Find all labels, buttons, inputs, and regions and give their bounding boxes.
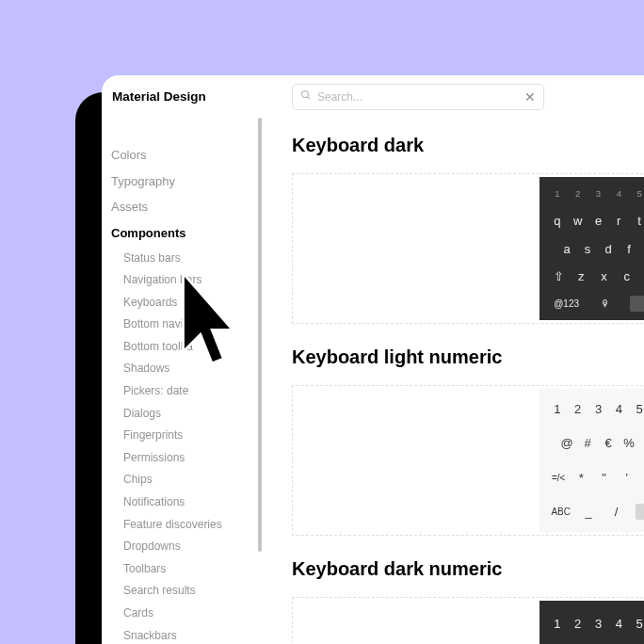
sidebar-item[interactable]: Status bars (111, 246, 262, 268)
sidebar-item[interactable]: Notifications (111, 491, 262, 513)
sidebar-category-typography[interactable]: Typography (111, 169, 262, 195)
mic-icon[interactable]: 🎙 (586, 298, 624, 309)
spacebar[interactable] (630, 296, 644, 312)
kb-row-1: 12345678910 (539, 614, 644, 635)
kb-row-4: @123 🎙 / ⌨ (539, 290, 644, 317)
keyboard-light-numeric: 12345678910 @#€%&-+() =/< *"':;!? ⌫ ABC … (539, 389, 644, 532)
preview-keyboard-dark[interactable]: 1234567890 qwertyuiop asdfghjkl ⇧ zxcvbn… (292, 173, 644, 324)
sidebar-item[interactable]: Dropdowns (111, 535, 262, 557)
sidebar-category-components[interactable]: Components (111, 220, 262, 247)
sidebar-item[interactable]: Dialogs (111, 401, 262, 424)
section-title-dark-numeric: Keyboard dark numeric (292, 558, 644, 580)
sidebar-item[interactable]: Pickers: date (111, 379, 262, 402)
preview-keyboard-dark-numeric[interactable]: 12345678910 @#€%&-+() (292, 597, 644, 644)
sidebar-item[interactable]: Search results (111, 579, 262, 602)
kb-row-3: =/< *"':;!? ⌫ (539, 460, 644, 495)
search-placeholder: Search... (317, 90, 524, 104)
sidebar-item[interactable]: Snackbars (111, 623, 262, 644)
section-title-dark: Keyboard dark (292, 135, 644, 156)
search-icon (300, 89, 312, 104)
preview-keyboard-light-numeric[interactable]: 12345678910 @#€%&-+() =/< *"':;!? ⌫ ABC … (292, 385, 644, 536)
svg-line-1 (308, 97, 311, 100)
mode-switch[interactable]: @123 (547, 298, 586, 309)
sidebar-scrollbar[interactable] (258, 118, 262, 552)
kb-row-numbers: 1234567890 (539, 180, 644, 207)
spacebar[interactable] (636, 504, 644, 520)
search-area: Search... ✕ (262, 75, 644, 118)
keyboard-dark: 1234567890 qwertyuiop asdfghjkl ⇧ zxcvbn… (539, 177, 644, 320)
sidebar-item[interactable]: Cards (111, 602, 262, 624)
cursor-icon (177, 271, 235, 375)
kb-row-2: @#€%&-+() (539, 427, 644, 461)
sidebar: Colors Typography Assets Components Stat… (102, 118, 262, 644)
main-content: Keyboard dark 1234567890 qwertyuiop asdf… (262, 118, 644, 644)
body: Colors Typography Assets Components Stat… (102, 118, 644, 644)
app-title-area: Material Design (102, 75, 262, 118)
sidebar-item[interactable]: Toolbars (111, 556, 262, 579)
sidebar-category-colors[interactable]: Colors (111, 142, 262, 169)
sidebar-item[interactable]: Chips (111, 468, 262, 491)
kb-row-3: ⇧ zxcvbnm ⌫ (539, 263, 644, 290)
kb-row-1: qwertyuiop (539, 207, 644, 234)
sidebar-item[interactable]: Feature discoveries (111, 512, 262, 535)
shift-icon[interactable]: ⇧ (547, 269, 570, 283)
abc-switch[interactable]: ABC (547, 507, 574, 517)
app-title: Material Design (112, 89, 206, 104)
search-input[interactable]: Search... ✕ (292, 84, 544, 110)
clear-icon[interactable]: ✕ (524, 89, 536, 105)
sidebar-item[interactable]: Permissions (111, 445, 262, 468)
kb-row-2: asdfghjkl (539, 234, 644, 262)
sidebar-item[interactable]: Fingerprints (111, 424, 262, 446)
mode-switch[interactable]: =/< (547, 473, 570, 483)
keyboard-dark-numeric: 12345678910 @#€%&-+() (539, 601, 644, 644)
kb-row-4: ABC _ / , . ☺ (539, 495, 644, 530)
section-title-light-numeric: Keyboard light numeric (292, 346, 644, 368)
sidebar-category-assets[interactable]: Assets (111, 194, 262, 220)
svg-point-0 (302, 91, 309, 98)
header: Material Design Search... ✕ (102, 75, 644, 118)
kb-row-1: 12345678910 (539, 392, 644, 427)
